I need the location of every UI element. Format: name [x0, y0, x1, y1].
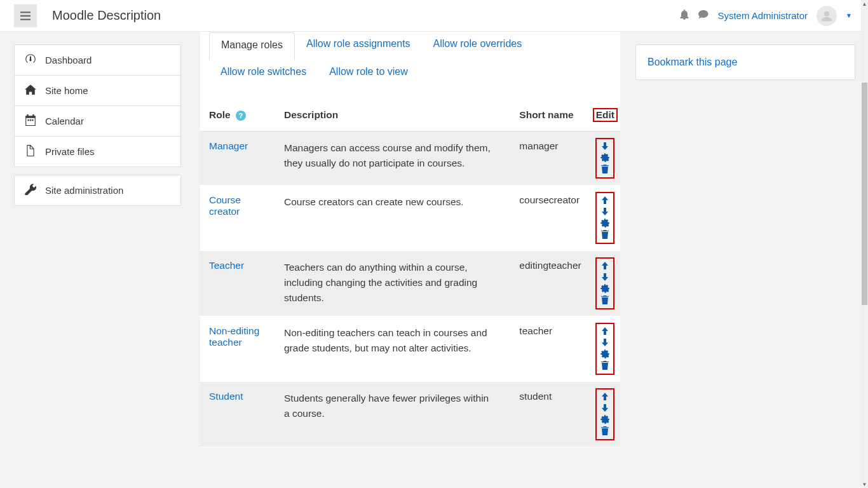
col-shortname-header: Short name [510, 102, 590, 132]
help-icon[interactable]: ? [236, 111, 246, 121]
move-up-button[interactable] [600, 392, 609, 402]
tab-allow-view[interactable]: Allow role to view [318, 60, 419, 86]
sidebar-item-label: Private files [45, 146, 95, 157]
tab-manage-roles[interactable]: Manage roles [209, 32, 295, 60]
tab-allow-overrides[interactable]: Allow role overrides [422, 32, 534, 60]
sidebar-item-label: Site home [45, 85, 88, 96]
svg-point-0 [824, 11, 829, 16]
col-description-header: Description [275, 102, 510, 132]
nav-toggle-button[interactable] [14, 4, 37, 27]
right-column: Bookmark this page [627, 32, 868, 488]
tab-allow-assignments[interactable]: Allow role assignments [295, 32, 422, 60]
sidebar-item-label: Calendar [45, 116, 84, 126]
role-description: Non-editing teachers can teach in course… [275, 316, 510, 382]
role-tabs: Manage roles Allow role assignments Allo… [200, 32, 620, 87]
role-description: Students generally have fewer privileges… [275, 382, 510, 447]
user-avatar[interactable] [817, 6, 837, 26]
table-row: TeacherTeachers can do anything within a… [200, 251, 620, 316]
sidebar-item-private-files[interactable]: Private files [15, 137, 180, 166]
move-down-button[interactable] [600, 273, 609, 283]
delete-button[interactable] [600, 361, 609, 371]
chat-icon [698, 10, 709, 20]
sidebar-item-label: Site administration [45, 185, 123, 196]
bookmark-link[interactable]: Bookmark this page [648, 57, 737, 67]
delete-button[interactable] [600, 230, 609, 240]
role-description: Managers can access course and modify th… [275, 132, 510, 186]
file-icon [25, 145, 36, 158]
role-description: Course creators can create new courses. [275, 186, 510, 251]
sidebar: DashboardSite homeCalendarPrivate files … [0, 32, 181, 488]
edit-actions [595, 138, 614, 179]
move-down-button[interactable] [600, 207, 609, 217]
role-link[interactable]: Non-editing teacher [209, 325, 259, 348]
role-shortname: manager [510, 132, 590, 186]
col-role-header: Role ? [200, 102, 275, 132]
role-link[interactable]: Course creator [209, 194, 241, 217]
edit-button[interactable] [600, 219, 609, 229]
role-shortname: editingteacher [510, 251, 590, 316]
move-down-button[interactable] [600, 338, 609, 348]
person-icon [820, 10, 833, 22]
sidebar-item-label: Dashboard [45, 55, 92, 65]
sidebar-group-admin: Site administration [14, 175, 181, 206]
delete-button[interactable] [600, 426, 609, 437]
edit-actions [595, 257, 614, 309]
move-up-button[interactable] [600, 196, 609, 206]
role-shortname: teacher [510, 316, 590, 382]
messages-button[interactable] [698, 10, 709, 22]
role-link[interactable]: Student [209, 391, 243, 402]
role-link[interactable]: Teacher [209, 260, 244, 271]
move-down-button[interactable] [600, 142, 609, 152]
topbar: Moodle Description System Administrator … [0, 0, 861, 32]
role-shortname: coursecreator [510, 186, 590, 251]
edit-button[interactable] [600, 349, 609, 360]
table-row: Course creatorCourse creators can create… [200, 186, 620, 251]
site-title[interactable]: Moodle Description [52, 8, 161, 23]
hamburger-icon [20, 11, 31, 21]
sidebar-item-site-administration[interactable]: Site administration [15, 175, 180, 205]
edit-actions [595, 388, 614, 440]
bell-icon [679, 10, 689, 20]
sidebar-item-calendar[interactable]: Calendar [15, 106, 180, 137]
delete-button[interactable] [600, 295, 609, 306]
sidebar-group-main: DashboardSite homeCalendarPrivate files [14, 44, 181, 167]
table-row: ManagerManagers can access course and mo… [200, 132, 620, 186]
delete-button[interactable] [600, 165, 609, 175]
scroll-up-arrow[interactable]: ▲ [861, 0, 868, 8]
table-row: Non-editing teacherNon-editing teachers … [200, 316, 620, 382]
sidebar-item-site-home[interactable]: Site home [15, 76, 180, 106]
bookmark-block: Bookmark this page [635, 44, 855, 80]
vertical-scrollbar[interactable]: ▲ ▼ [861, 0, 868, 488]
role-description: Teachers can do anything within a course… [275, 251, 510, 316]
roles-table: Role ? Description Short name Edit Manag… [200, 102, 620, 447]
col-edit-header: Edit [590, 102, 620, 132]
move-up-button[interactable] [600, 327, 609, 337]
user-menu-name[interactable]: System Administrator [717, 10, 808, 21]
calendar-icon [25, 114, 36, 128]
role-link[interactable]: Manager [209, 140, 248, 151]
table-row: StudentStudents generally have fewer pri… [200, 382, 620, 447]
sidebar-item-dashboard[interactable]: Dashboard [15, 45, 180, 76]
edit-button[interactable] [600, 153, 609, 163]
scroll-thumb[interactable] [862, 83, 867, 305]
tab-allow-switches[interactable]: Allow role switches [209, 60, 318, 86]
wrench-icon [25, 184, 36, 197]
main-content: Manage roles Allow role assignments Allo… [181, 32, 627, 488]
home-icon [25, 84, 36, 97]
edit-button[interactable] [600, 415, 609, 425]
role-shortname: student [510, 382, 590, 447]
user-menu-caret[interactable]: ▼ [846, 12, 852, 19]
edit-actions [595, 192, 614, 244]
dashboard-icon [25, 53, 36, 67]
notifications-button[interactable] [679, 10, 689, 22]
move-up-button[interactable] [600, 261, 609, 271]
edit-actions [595, 323, 614, 375]
move-down-button[interactable] [600, 403, 609, 414]
edit-button[interactable] [600, 284, 609, 294]
scroll-down-arrow[interactable]: ▼ [861, 480, 868, 488]
